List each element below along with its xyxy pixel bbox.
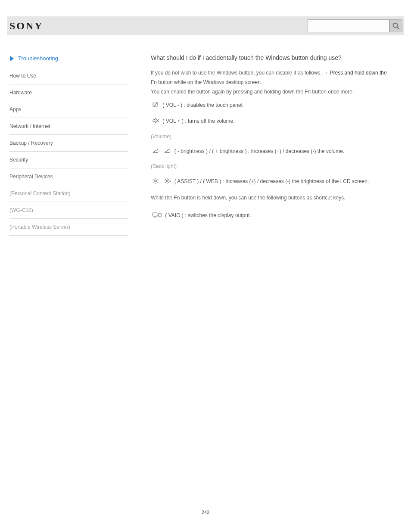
svg-point-0 [393,23,398,28]
svg-line-13 [154,179,155,180]
reenable-btn: Fn [305,89,311,95]
display-output-icon: / [153,212,162,219]
back-link[interactable]: Troubleshooting [9,54,128,68]
bri-mid: ) / [197,178,203,184]
search-button[interactable] [389,19,402,32]
bri-btn-a: ASSIST [177,178,195,184]
brand-logo: SONY [9,20,44,32]
svg-text:-: - [159,149,159,153]
sidebar: Troubleshooting How to Use Hardware Apps… [7,54,130,236]
row-volume-label: (Volume) [151,129,394,144]
svg-text:-: - [158,180,159,184]
display-btn: VAIO [168,212,181,218]
mute-icon [153,118,159,125]
sidebar-item-pws[interactable]: (Portable Wireless Server) [9,219,128,236]
sidebar-item-pcs[interactable]: (Personal Content Station) [9,185,128,202]
hold-paragraph: Fn button while on the Windows desktop s… [151,78,394,86]
svg-line-16 [154,182,155,183]
touchpad-btn: VOL - [166,102,179,108]
body-layout: Troubleshooting How to Use Hardware Apps… [7,35,404,236]
page-number: 242 [0,510,411,515]
display-after: ) : switches the display output. [182,212,251,218]
svg-line-1 [397,27,399,29]
vol-mid: ) / [206,148,212,154]
bri-after: ) : Increases (+) / decreases (-) the br… [219,178,369,184]
chevron-right-icon [9,56,15,62]
intro-btn: Windows [217,70,238,76]
mute-before: ( [162,118,164,124]
intro-pre: If you do not wish to use the [151,70,217,76]
vol-before-b: ( [212,148,214,154]
mute-after: ) : turns off the volume. [182,118,235,124]
page-title: What should I do if I accidentally touch… [151,54,394,61]
vol-after: ) : Increases (+) / decreases (-) the vo… [245,148,344,154]
svg-point-8 [155,180,156,182]
sidebar-item-network[interactable]: Network / Internet [9,118,128,135]
svg-line-15 [157,179,158,180]
row-touchpad: ( VOL - ) : disables the touch panel. [151,97,394,113]
touchpad-after: ) : disables the touch panel. [181,102,244,108]
svg-point-18 [166,180,168,182]
touchpad-before: ( [162,102,164,108]
note-end: button is held down, you can use the fol… [181,195,346,201]
sidebar-item-hardware[interactable]: Hardware [9,84,128,101]
content-area: What should I do if I accidentally touch… [130,54,404,236]
svg-line-26 [165,182,166,183]
svg-text:+: + [170,180,171,184]
svg-line-24 [168,182,169,183]
row-display: / ( VAIO ) : switches the display output… [151,208,394,224]
bri-before-a: ( [174,178,176,184]
row-note: While the Fn button is held down, you ca… [151,190,394,208]
display-before: ( [165,212,167,218]
vol-before-a: ( [174,148,176,154]
svg-line-25 [168,179,169,180]
row-brightness: - + [151,174,394,190]
volume-section-label: (Volume) [151,134,171,140]
brightness-section-label: (Back light) [151,163,177,169]
header-bar: SONY [7,16,404,35]
intro-hint: → Press and hold down the [323,70,386,76]
vol-btn-a: - brightness [177,148,205,154]
brightness-down-icon: - [153,178,159,185]
vol-btn-b: + brightness [215,148,243,154]
search-group [308,19,402,32]
volume-down-icon: - [153,148,159,155]
reenable-post: button once more. [312,89,354,95]
row-mute: ( VOL + ) : turns off the volume. [151,113,394,129]
sidebar-item-apps[interactable]: Apps [9,101,128,118]
intro-mid: button, you can disable it as follows. [239,70,323,76]
hold-label: Fn [151,79,157,85]
touchpad-off-icon [153,102,159,109]
sidebar-item-security[interactable]: Security [9,152,128,168]
sidebar-item-backup[interactable]: Backup / Recovery [9,135,128,152]
back-link-label: Troubleshooting [18,55,58,62]
bri-before-b: ( [203,178,205,184]
svg-text:+: + [170,149,171,153]
bri-btn-b: WEB [206,178,218,184]
sidebar-item-wgc10[interactable]: (WG-C10) [9,202,128,219]
page-root: SONY [0,0,411,532]
svg-line-23 [165,179,166,180]
search-input[interactable] [308,19,389,32]
row-brightness-label: (Back light) [151,159,394,174]
row-volume: - + ( - brightness ) / ( + brigh [151,144,394,159]
intro-paragraph: If you do not wish to use the Windows bu… [151,69,394,77]
brightness-up-icon: + [164,178,171,185]
svg-line-14 [157,182,158,183]
svg-rect-31 [159,213,161,217]
note-btn: Fn [174,195,180,201]
mute-btn: VOL + [166,118,181,124]
search-icon [392,22,400,30]
reenable-pre: You can enable the button again by press… [151,89,305,95]
sidebar-item-peripheral[interactable]: Peripheral Devices [9,168,128,185]
note-pre: While the [151,195,174,201]
svg-rect-28 [153,213,157,216]
hold-post: button while on the Windows desktop scre… [158,79,262,85]
sidebar-item-how-to-use[interactable]: How to Use [9,68,128,84]
reenable-paragraph: You can enable the button again by press… [151,88,394,96]
volume-up-icon: + [164,148,171,155]
page-inner: SONY [0,0,411,236]
